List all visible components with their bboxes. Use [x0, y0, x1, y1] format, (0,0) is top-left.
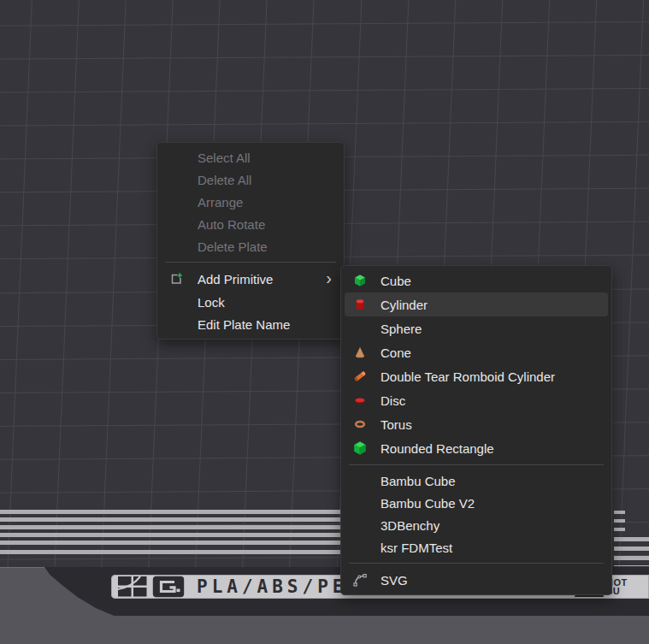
menu-separator: [349, 464, 604, 465]
menu-item-label: Delete Plate: [198, 239, 268, 254]
menu-item-label: Double Tear Romboid Cylinder: [381, 369, 555, 384]
menu-item-label: ksr FDMTest: [381, 541, 452, 555]
menu-item-svg[interactable]: SVG: [341, 568, 611, 592]
menu-item-edit-plate-name[interactable]: Edit Plate Name: [157, 313, 344, 335]
menu-separator: [165, 262, 336, 263]
cylinder-icon: [353, 298, 367, 311]
menu-item-label: Bambu Cube V2: [381, 496, 475, 511]
menu-item-label: Sphere: [381, 322, 422, 336]
plate-type-logo: [152, 576, 185, 598]
menu-item-disc[interactable]: Disc: [341, 388, 611, 412]
menu-item-label: Disc: [381, 393, 405, 408]
menu-item-label: Torus: [381, 417, 412, 432]
menu-item-delete-plate: Delete Plate: [157, 235, 344, 257]
rounded-rectangle-icon: [353, 441, 367, 455]
menu-item-label: Cone: [381, 346, 411, 360]
add-primitive-icon: [169, 272, 183, 286]
double-tear-romboid-cylinder-icon: [353, 369, 367, 383]
menu-item-select-all: Select All: [157, 146, 344, 168]
menu-separator: [349, 563, 604, 564]
menu-item-label: Add Primitive: [198, 272, 273, 287]
menu-item-torus[interactable]: Torus: [341, 412, 611, 436]
menu-item-label: Edit Plate Name: [198, 317, 290, 332]
add-primitive-submenu: CubeCylinderSphereConeDouble Tear Romboi…: [340, 265, 612, 595]
menu-item-bambu-cube[interactable]: Bambu Cube: [341, 470, 611, 492]
menu-item-label: Rounded Rectangle: [381, 441, 494, 456]
menu-item-label: Select All: [198, 151, 251, 165]
menu-item-add-primitive[interactable]: Add Primitive›: [157, 267, 344, 291]
chevron-right-icon: ›: [326, 269, 332, 288]
menu-item-label: Bambu Cube: [381, 474, 456, 488]
svg-icon: [353, 573, 367, 587]
plate-stripes-right-wide: [614, 537, 649, 566]
menu-item-rounded-rectangle[interactable]: Rounded Rectangle: [341, 436, 611, 460]
menu-item-cone[interactable]: Cone: [341, 340, 611, 364]
menu-item-label: SVG: [381, 573, 408, 588]
plate-stripe-lower: [0, 550, 340, 554]
menu-item-label: Delete All: [198, 173, 251, 187]
context-menu: Select AllDelete AllArrangeAuto RotateDe…: [156, 142, 345, 340]
menu-item-bambu-cube-v2[interactable]: Bambu Cube V2: [341, 492, 611, 514]
menu-item-sphere[interactable]: Sphere: [341, 316, 611, 340]
menu-item-label: Cylinder: [381, 298, 428, 312]
menu-item-arrange: Arrange: [157, 191, 344, 213]
menu-item-label: Arrange: [198, 195, 243, 210]
menu-item-label: 3DBenchy: [381, 518, 440, 533]
torus-icon: [353, 417, 367, 431]
plate-stripes-right-small: [614, 511, 625, 534]
menu-item-cube[interactable]: Cube: [341, 269, 611, 292]
sphere-icon: [353, 322, 367, 335]
menu-item-delete-all: Delete All: [157, 168, 344, 191]
bambu-logo: [118, 576, 147, 597]
menu-item-3dbenchy[interactable]: 3DBenchy: [341, 514, 611, 536]
menu-item-lock[interactable]: Lock: [157, 291, 344, 313]
menu-item-auto-rotate: Auto Rotate: [157, 213, 344, 235]
plate-stripes-left: [0, 510, 340, 545]
menu-item-label: Lock: [198, 295, 225, 310]
cone-icon: [353, 346, 367, 359]
menu-item-label: Auto Rotate: [198, 217, 265, 232]
menu-item-double-tear-romboid-cylinder[interactable]: Double Tear Romboid Cylinder: [341, 364, 611, 388]
cube-icon: [353, 274, 367, 287]
slicer-viewport: PLA/ABS/PETG HOTSU Select AllDelete AllA…: [0, 0, 649, 644]
menu-item-label: Cube: [381, 274, 411, 288]
disc-icon: [353, 393, 367, 407]
menu-item-cylinder[interactable]: Cylinder: [345, 292, 608, 316]
menu-item-ksr-fdmtest[interactable]: ksr FDMTest: [341, 536, 611, 558]
